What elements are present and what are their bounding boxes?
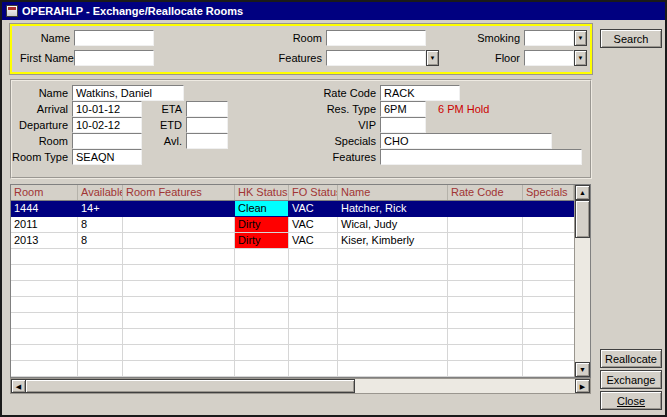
floor-lov-button[interactable]: ▼: [574, 50, 587, 66]
table-cell-empty: [338, 265, 448, 280]
table-row-empty[interactable]: [11, 265, 590, 281]
table-row-empty[interactable]: [11, 345, 590, 361]
arrow-down-icon: ▼: [579, 366, 586, 373]
reallocate-button[interactable]: Reallocate: [600, 349, 662, 368]
cell-name: Wical, Judy: [338, 217, 448, 232]
table-row-selected[interactable]: 1444 14+ Clean VAC Hatcher, Rick: [11, 201, 590, 217]
table-cell-empty: [448, 297, 523, 312]
specials-field[interactable]: [380, 133, 552, 149]
table-cell-empty: [448, 345, 523, 360]
vip-label: VIP: [312, 119, 376, 131]
specials-label: Specials: [312, 135, 376, 147]
scroll-right-button[interactable]: ▶: [575, 379, 590, 393]
table-cell-empty: [338, 329, 448, 344]
table-cell-empty: [338, 361, 448, 376]
cell-hk-status: Dirty: [235, 217, 289, 232]
exchange-reallocate-window: OPERAHLP - Exchange/Reallocate Rooms Nam…: [0, 0, 667, 417]
scroll-left-button[interactable]: ◀: [11, 379, 26, 393]
table-row-empty[interactable]: [11, 361, 590, 377]
titlebar[interactable]: OPERAHLP - Exchange/Reallocate Rooms: [2, 2, 665, 20]
room-input[interactable]: [326, 30, 426, 46]
table-cell-empty: [448, 329, 523, 344]
table-cell-empty: [78, 265, 123, 280]
exchange-button[interactable]: Exchange: [600, 370, 662, 389]
name-label: Name: [20, 32, 70, 44]
table-row-empty[interactable]: [11, 297, 590, 313]
cell-available: 8: [78, 233, 123, 248]
table-cell-empty: [523, 313, 574, 328]
table-cell-empty: [235, 345, 289, 360]
horizontal-scrollbar[interactable]: ◀ ▶: [10, 378, 591, 394]
grid-header-row: Room Available Room Features HK Status F…: [11, 185, 590, 201]
header-room-features: Room Features: [123, 185, 235, 200]
table-cell-empty: [123, 281, 235, 296]
cell-fo-status: VAC: [289, 201, 338, 216]
detail-name-label: Name: [12, 87, 68, 99]
table-cell-empty: [289, 361, 338, 376]
table-cell-empty: [289, 297, 338, 312]
cell-room-features: [123, 233, 235, 248]
rate-code-field[interactable]: [380, 85, 460, 101]
etd-field[interactable]: [186, 117, 228, 133]
avl-label: Avl.: [144, 135, 182, 147]
table-cell-empty: [235, 329, 289, 344]
table-cell-empty: [523, 297, 574, 312]
table-row-empty[interactable]: [11, 249, 590, 265]
table-cell-empty: [448, 281, 523, 296]
table-row-empty[interactable]: [11, 281, 590, 297]
table-cell-empty: [123, 249, 235, 264]
table-row[interactable]: 2013 8 Dirty VAC Kiser, Kimberly: [11, 233, 590, 249]
table-row-empty[interactable]: [11, 329, 590, 345]
name-input[interactable]: [74, 30, 154, 46]
features-input[interactable]: [326, 50, 426, 66]
table-cell-empty: [123, 329, 235, 344]
table-cell-empty: [235, 361, 289, 376]
departure-field[interactable]: [72, 117, 142, 133]
first-name-input[interactable]: [74, 50, 154, 66]
floor-input[interactable]: [524, 50, 574, 66]
horizontal-scrollbar-thumb[interactable]: [25, 379, 355, 393]
cell-specials: [523, 233, 574, 248]
cell-specials: [523, 217, 574, 232]
res-type-field[interactable]: [380, 101, 426, 117]
features-lov-button[interactable]: ▼: [426, 50, 439, 66]
table-cell-empty: [123, 345, 235, 360]
smoking-lov-button[interactable]: ▼: [574, 30, 587, 46]
rate-code-label: Rate Code: [312, 87, 376, 99]
table-row-empty[interactable]: [11, 313, 590, 329]
detail-features-field[interactable]: [380, 149, 582, 165]
scroll-down-button[interactable]: ▼: [575, 362, 590, 377]
vertical-scrollbar-thumb[interactable]: [575, 200, 590, 238]
cell-room: 2011: [11, 217, 78, 232]
scroll-up-button[interactable]: ▲: [575, 185, 590, 200]
table-cell-empty: [78, 329, 123, 344]
table-cell-empty: [523, 249, 574, 264]
table-row[interactable]: 2011 8 Dirty VAC Wical, Judy: [11, 217, 590, 233]
table-cell-empty: [338, 345, 448, 360]
arrival-field[interactable]: [72, 101, 142, 117]
arrival-label: Arrival: [12, 103, 68, 115]
detail-name-field[interactable]: [72, 85, 184, 101]
close-button[interactable]: Close: [600, 391, 662, 410]
table-cell-empty: [448, 313, 523, 328]
table-cell-empty: [11, 249, 78, 264]
cell-room: 1444: [11, 201, 78, 216]
table-cell-empty: [523, 345, 574, 360]
table-cell-empty: [235, 265, 289, 280]
etd-label: ETD: [144, 119, 182, 131]
room-type-field[interactable]: [72, 149, 142, 165]
avl-field[interactable]: [186, 133, 228, 149]
vertical-scrollbar[interactable]: ▲ ▼: [574, 185, 590, 377]
cell-name: Hatcher, Rick: [338, 201, 448, 216]
smoking-input[interactable]: [524, 30, 574, 46]
eta-field[interactable]: [186, 101, 228, 117]
table-cell-empty: [235, 313, 289, 328]
cell-hk-status: Dirty: [235, 233, 289, 248]
table-cell-empty: [123, 265, 235, 280]
search-button[interactable]: Search: [600, 29, 662, 48]
lov-arrow-icon: ▼: [578, 55, 584, 61]
detail-room-field[interactable]: [72, 133, 142, 149]
vip-field[interactable]: [380, 117, 426, 133]
search-panel: Name Room Smoking ▼ First Name Features …: [10, 24, 592, 74]
rooms-grid: Room Available Room Features HK Status F…: [10, 184, 591, 378]
